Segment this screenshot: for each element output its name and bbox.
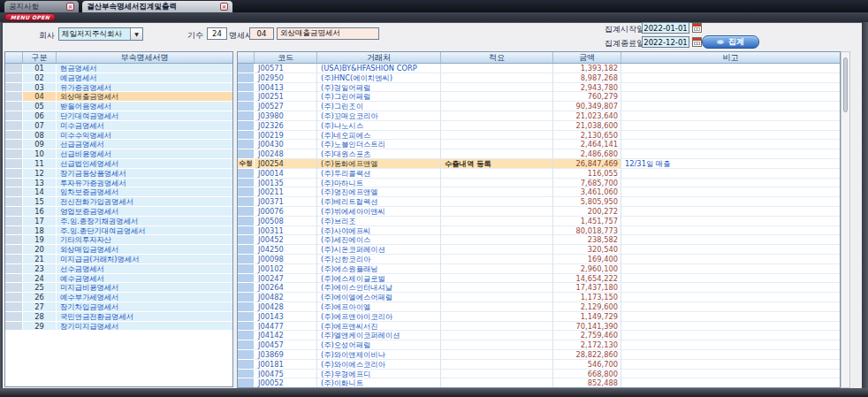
list-item[interactable]: 02예금명세서 [5, 73, 232, 83]
tab-notice[interactable]: 공지사항 ✕ [4, 1, 79, 12]
table-row[interactable]: J00098(주)신한코리아169,400 [238, 255, 840, 264]
row-selector-cell[interactable] [5, 187, 23, 197]
row-selector-cell[interactable] [5, 207, 23, 217]
close-icon[interactable]: ✕ [66, 3, 74, 11]
row-selector-cell[interactable] [5, 169, 23, 179]
list-item[interactable]: 20외상매입금명세서 [5, 245, 232, 255]
list-item[interactable]: 11선급법인세명세서 [5, 159, 232, 169]
calendar-icon[interactable] [692, 23, 702, 33]
row-selector-cell[interactable] [5, 121, 23, 131]
row-selector-cell[interactable] [5, 217, 23, 226]
row-selector-cell[interactable] [5, 264, 23, 274]
row-flag-cell[interactable] [238, 217, 255, 226]
row-flag-cell[interactable] [238, 179, 255, 188]
row-selector-cell[interactable] [5, 322, 23, 332]
list-item[interactable]: 09선급금명세서 [5, 140, 232, 149]
row-selector-cell[interactable] [5, 73, 23, 83]
table-row[interactable]: J00135(주)마하니트7,685,700 [238, 179, 840, 188]
list-item[interactable]: 21미지급금(거래처)명세서 [5, 255, 232, 264]
row-selector-cell[interactable] [5, 226, 23, 236]
list-item[interactable]: 27장기차입금명세서 [5, 302, 232, 312]
calendar-icon[interactable] [692, 37, 702, 47]
list-item[interactable]: 19기타의투자자산 [5, 235, 232, 245]
row-selector-cell[interactable] [5, 302, 23, 312]
row-flag-cell[interactable] [238, 64, 255, 73]
row-flag-cell[interactable] [238, 340, 255, 350]
row-flag-cell[interactable] [238, 312, 255, 322]
row-flag-cell[interactable] [238, 83, 255, 93]
table-row[interactable]: J00076(주)뷔에세아이앤씨200,272 [238, 207, 840, 217]
row-selector-cell[interactable] [5, 111, 23, 121]
statement-name-input[interactable] [277, 27, 379, 40]
row-selector-cell[interactable] [5, 293, 23, 302]
row-flag-cell[interactable] [238, 350, 255, 360]
aggregate-button[interactable]: 집계 [702, 35, 759, 49]
row-selector-cell[interactable] [5, 255, 23, 264]
table-row[interactable]: J00251(주)그린어패럴760,279 [238, 92, 840, 102]
list-item[interactable]: 03유가증권명세서 [5, 83, 232, 93]
table-row[interactable]: J00248(주)대원스포츠2,486,680 [238, 149, 840, 159]
list-item[interactable]: 16영업보증금명세서 [5, 207, 232, 217]
row-flag-cell[interactable] [238, 360, 255, 370]
row-selector-cell[interactable] [5, 197, 23, 207]
row-flag-cell[interactable] [238, 370, 255, 379]
row-flag-cell[interactable] [238, 322, 255, 332]
row-flag-cell[interactable] [238, 293, 255, 302]
row-selector-cell[interactable] [5, 245, 23, 255]
table-row[interactable]: J00527(주)그린조이90,349,807 [238, 102, 840, 111]
row-selector-cell[interactable] [5, 159, 23, 169]
row-flag-cell[interactable] [238, 302, 255, 312]
close-icon[interactable]: ✕ [220, 3, 228, 11]
table-row[interactable]: J00428(주)에프아이엘2,129,600 [238, 302, 840, 312]
row-flag-cell[interactable] [238, 283, 255, 293]
scrollbar-thumb[interactable] [843, 57, 848, 112]
table-row[interactable]: J00181(주)와이에스코리아546,700 [238, 360, 840, 370]
row-flag-cell[interactable] [238, 140, 255, 149]
row-flag-cell[interactable] [238, 226, 255, 236]
table-row[interactable]: J00430(주)노블인더스트리2,464,141 [238, 140, 840, 149]
row-flag-cell[interactable] [238, 187, 255, 197]
list-item[interactable]: 23선수금명세서 [5, 264, 232, 274]
list-item[interactable]: 01현금명세서 [5, 64, 232, 73]
list-item[interactable]: 10선급비용명세서 [5, 149, 232, 159]
list-item[interactable]: 29장기미지급명세서 [5, 322, 232, 332]
table-row[interactable]: J04142(주)엘앤케이코퍼레이션2,759,460 [238, 331, 840, 340]
list-item[interactable]: 07미수금명세서 [5, 121, 232, 131]
row-flag-cell[interactable] [238, 121, 255, 131]
list-item[interactable]: 14임차보증금명세서 [5, 187, 232, 197]
row-flag-cell[interactable] [238, 245, 255, 255]
table-row[interactable]: J04250(주)시온코퍼레이션320,540 [238, 245, 840, 255]
list-item[interactable]: 12장기금융상품명세서 [5, 169, 232, 179]
row-selector-cell[interactable] [5, 283, 23, 293]
list-item[interactable]: 04외상매출금명세서 [5, 92, 232, 102]
list-item[interactable]: 18주.임.종단기대여금명세서 [5, 226, 232, 236]
list-item[interactable]: 13투자유가증권명세서 [5, 179, 232, 188]
row-selector-cell[interactable] [5, 235, 23, 245]
row-selector-cell[interactable] [5, 140, 23, 149]
row-selector-cell[interactable] [5, 179, 23, 188]
row-flag-cell[interactable] [238, 274, 255, 284]
row-flag-cell[interactable] [238, 73, 255, 83]
list-item[interactable]: 06단기대여금명세서 [5, 111, 232, 121]
table-row[interactable]: J00457(주)오성어패럴2,172,130 [238, 340, 840, 350]
list-item[interactable]: 17주.임.종장기채권명세서 [5, 217, 232, 226]
menu-open-badge[interactable]: MENU OPEN [4, 13, 56, 21]
chevron-down-icon[interactable]: ▼ [130, 28, 142, 40]
list-item[interactable]: 28국민연금전환금명세서 [5, 312, 232, 322]
list-item[interactable]: 05받을어음명세서 [5, 102, 232, 111]
row-flag-cell[interactable] [238, 378, 255, 388]
table-row[interactable]: J00052(주)이화니트852,488 [238, 378, 840, 388]
statement-code-input[interactable] [249, 27, 274, 40]
end-date-input[interactable] [642, 36, 689, 48]
table-row[interactable]: J00508(주)브리조1,451,757 [238, 217, 840, 226]
row-flag-cell[interactable] [238, 331, 255, 340]
table-row[interactable]: J03869(주)와이앤제이비나28,822,860 [238, 350, 840, 360]
row-selector-cell[interactable] [5, 312, 23, 322]
table-row[interactable]: J00264(주)에이스인터내셔날17,437,180 [238, 283, 840, 293]
vertical-scrollbar[interactable] [841, 51, 850, 388]
table-row[interactable]: 수정J00254(주)동화에프앤엘수출내역 등록26,847,46912/31일… [238, 159, 840, 169]
row-flag-cell[interactable] [238, 197, 255, 207]
row-selector-cell[interactable] [5, 131, 23, 141]
row-flag-cell[interactable] [238, 235, 255, 245]
table-row[interactable]: J00475(주)우경에프디668,800 [238, 370, 840, 379]
